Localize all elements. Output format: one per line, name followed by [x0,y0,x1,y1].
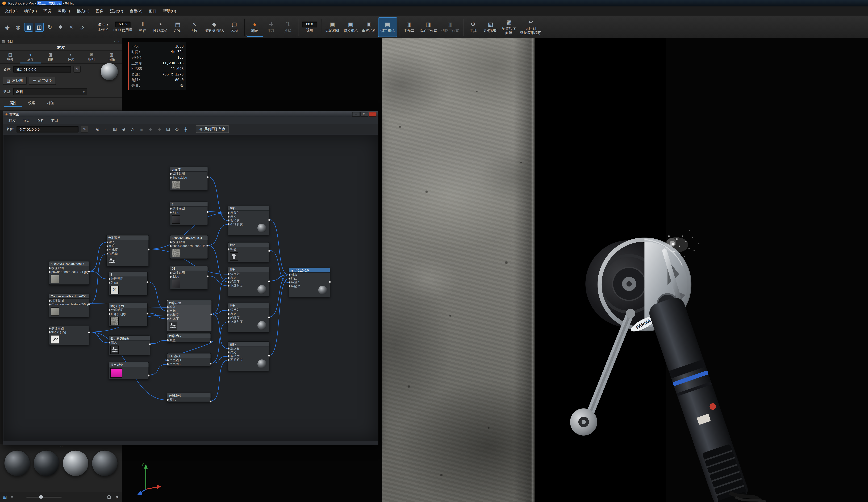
graph-menu-view[interactable]: 查看 [33,118,48,123]
graph-node-n5[interactable]: 标签标签 [228,242,269,262]
layout-icon[interactable]: ▤ [164,126,172,133]
output-port[interactable] [210,313,212,315]
graph-node-n7[interactable]: 01纹理贴图2.jpg [170,266,208,290]
output-port[interactable] [207,176,209,178]
graph-node-n13[interactable]: 色彩调整输入色相饱和度对比度 [167,300,211,331]
flag-icon[interactable]: ⚑ [115,495,119,499]
menu-window[interactable]: 窗口 [146,7,160,16]
graph-node-n4[interactable]: 6c8c35d04b7a2e9c31f8d2纹理贴图6c8c35d04b7a2e… [170,235,208,259]
preview-sphere-icon[interactable]: ◉ [93,126,101,133]
menu-camera[interactable]: 相机(C) [73,7,93,16]
gpu-mode-button[interactable]: ▤GPU [169,17,186,36]
geometry-view-button[interactable]: ▧几何视图 [482,17,500,36]
output-port[interactable] [88,303,90,305]
graph-maximize-button[interactable]: ▢ [360,112,368,116]
pause-button[interactable]: ‖暂停 [135,17,151,36]
graph-node-n10[interactable]: 3纹理贴图3.jpg℗ [109,272,147,295]
network-render-icon[interactable]: ❖ [56,23,65,31]
graph-node-n14[interactable]: 塑料漫反射高光粗糙度不透明度 [228,303,269,333]
cpu-usage-button[interactable]: 63 %CPU 使用量 [111,17,135,36]
output-port[interactable] [207,275,209,278]
graph-eyedropper-button[interactable]: ✎ [81,126,88,132]
graph-menu-material[interactable]: 材质 [5,118,19,123]
render-preview-icon[interactable]: ○ [102,126,110,133]
screen-icon[interactable]: ◉ [3,23,12,31]
graph-node-n12[interactable]: ting (1) #1纹理贴图ting (1).jpg [109,303,147,326]
material-sphere-4[interactable] [92,451,117,476]
graph-node-n3[interactable]: 塑料漫反射高光粗糙度不透明度 [228,206,269,235]
title-bar[interactable]: KeyShot 9.0 Pro - 墙王开槽机.bip - 64 bit ─▢✕ [0,0,868,7]
subtab-properties[interactable]: 属性 [4,100,22,107]
menu-file[interactable]: 文件(F) [2,7,21,16]
float-panel-button[interactable]: ▫ [114,40,115,43]
slider-thumb[interactable] [39,495,43,499]
output-port[interactable] [329,281,331,283]
tumble-button[interactable]: ●翻录 [246,17,263,36]
output-port[interactable] [207,245,209,247]
studios-button[interactable]: ▥工作室 [401,17,417,36]
geometry-cube-icon[interactable]: ◇ [78,23,86,31]
graph-node-n8[interactable]: 塑料漫反射高光粗糙度不透明度 [228,267,269,296]
frame-icon[interactable]: ◇ [173,126,181,133]
menu-help[interactable]: 帮助(H) [160,7,179,16]
tab-environment[interactable]: ◐环境 [61,51,81,63]
layout-left-icon[interactable]: ◧ [24,23,33,31]
texture-icon[interactable]: ▦ [111,126,119,133]
graph-menu-window[interactable]: 窗口 [48,118,62,123]
close-panel-button[interactable]: ✕ [118,40,120,43]
output-port[interactable] [88,332,90,334]
graph-node-n2[interactable]: 2纹理贴图2.jpg [170,201,208,225]
view-grid-icon[interactable]: ▦ [3,495,7,499]
graph-node-n18[interactable]: 塑料漫反射高光粗糙度不透明度 [228,342,269,371]
eyedropper-button[interactable]: ✎ [74,66,81,73]
tab-image[interactable]: ▦图像 [102,51,122,63]
menu-lighting[interactable]: 照明(L) [54,7,73,16]
reset-camera-button[interactable]: ▣重置相机 [360,17,378,36]
denoise-flake-icon[interactable]: ✳ [67,23,75,31]
switch-camera-button[interactable]: ▣切换相机 [341,17,360,36]
subtab-labels[interactable]: 标签 [42,100,60,107]
material-sphere-3[interactable] [63,451,88,476]
region-button[interactable]: ▢区域 [226,17,242,36]
graph-node-n16[interactable]: 要设置的颜色输入 [109,336,150,355]
lock-camera-button[interactable]: ▣锁定相机 [378,17,397,36]
output-port[interactable] [146,281,148,283]
menu-render[interactable]: 渲染(R) [107,7,126,16]
render-nurbs-button[interactable]: ◆渲染NURBS [203,17,226,36]
output-port[interactable] [268,219,270,221]
output-port[interactable] [207,211,209,213]
graph-node-n20[interactable]: 凹凸添加凹凸图 1凹凸图 2 [167,353,211,366]
material-sphere-2[interactable] [34,451,59,476]
layout-grid-icon[interactable]: ◫ [35,23,44,31]
menu-environment[interactable]: 环境 [40,7,54,16]
fov-button[interactable]: 80.0视角 [300,17,319,36]
cleanup-mode-button[interactable]: 清洁 ▾工作区 [95,17,111,36]
graph-minimize-button[interactable]: ─ [352,112,360,116]
tab-material[interactable]: ●材质 [20,51,41,63]
view-list-icon[interactable]: ≡ [11,495,13,499]
cpu-usage-value[interactable]: 63 % [115,21,131,28]
project-panel-header[interactable]: ▤ 项目 ▫✕ [0,38,122,44]
turntable-icon[interactable]: ↻ [45,23,54,31]
menu-edit[interactable]: 编辑(E) [21,7,40,16]
output-port[interactable] [88,271,90,273]
performance-mode-button[interactable]: ◔性能模式 [151,17,169,36]
graph-node-n15[interactable]: 纹理贴图ting (1).jpg [49,326,89,345]
graph-node-n22[interactable]: 图层 01:0:0:0材质凹凸标签 1标签 2 [289,268,330,297]
output-port[interactable] [268,250,270,252]
tools-button[interactable]: ⚙工具 [465,17,482,36]
output-port[interactable] [209,341,211,343]
graph-menu-node[interactable]: 节点 [19,118,33,123]
graph-node-n1[interactable]: ting (1)纹理贴图ting (1).jpg [170,167,208,190]
tab-scene[interactable]: ▤场景 [0,51,20,63]
graph-node-n11[interactable]: Concrete-wall-texture-056纹理贴图Concrete wa… [49,294,89,317]
pyramid-icon[interactable]: △ [129,126,136,133]
material-ball-icon[interactable]: ◍ [13,23,22,31]
graph-material-name-input[interactable]: 图层 01:0:0:0 [17,126,79,132]
material-graph-window[interactable]: ◉ 材质图 ─▢✕ 材质节点查看窗口 名称: 图层 01:0:0:0 ✎ ◉○▦… [3,111,379,445]
thumbnail-size-slider[interactable] [27,496,62,498]
graph-close-button[interactable]: ✕ [369,112,376,116]
fov-value[interactable]: 80.0 [302,21,317,28]
graph-node-n17[interactable]: 色彩反转颜色 [167,333,211,342]
subtab-textures[interactable]: 纹理 [23,100,41,107]
